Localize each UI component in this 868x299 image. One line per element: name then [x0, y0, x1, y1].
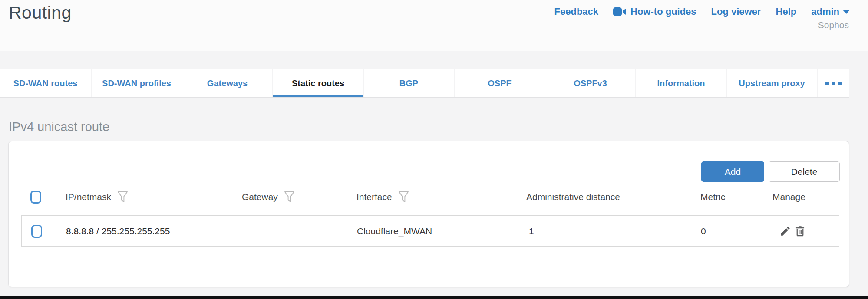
header-band: Routing Feedback How-to guides Log viewe…: [0, 0, 868, 51]
row-distance-cell: 1: [529, 216, 534, 246]
tab-ospfv3[interactable]: OSPFv3: [545, 69, 635, 97]
org-label: Sophos: [818, 20, 849, 30]
col-metric: Metric: [700, 188, 725, 206]
tab-label: SD-WAN routes: [13, 79, 78, 89]
tab-gateways[interactable]: Gateways: [182, 69, 272, 97]
routes-panel: Add Delete IP/netmask Gateway Interface …: [8, 141, 849, 287]
tab-bar: SD-WAN routes SD-WAN profiles Gateways S…: [0, 69, 849, 98]
ellipsis-icon: [832, 82, 835, 85]
col-interface: Interface: [356, 188, 409, 206]
select-all-checkbox[interactable]: [30, 191, 41, 204]
page-title: Routing: [9, 3, 72, 23]
tab-label: OSPF: [488, 79, 511, 89]
col-admin-distance: Administrative distance: [526, 188, 620, 206]
col-gateway: Gateway: [242, 188, 295, 206]
more-tabs-button[interactable]: [817, 69, 849, 97]
col-label: Gateway: [242, 192, 278, 202]
tab-label: Information: [657, 79, 705, 89]
trash-icon[interactable]: [794, 225, 806, 237]
col-label: IP/netmask: [66, 192, 111, 202]
filter-icon[interactable]: [117, 191, 128, 204]
row-interface-cell: Cloudflare_MWAN: [357, 216, 432, 246]
row-manage-cell: [779, 216, 806, 246]
tab-ospf[interactable]: OSPF: [454, 69, 545, 97]
tab-label: Gateways: [207, 79, 248, 89]
tab-label: SD-WAN profiles: [102, 79, 171, 89]
log-viewer-link[interactable]: Log viewer: [711, 6, 761, 17]
section-heading: IPv4 unicast route: [9, 120, 109, 134]
col-label: Metric: [700, 192, 725, 202]
tab-static-routes[interactable]: Static routes: [272, 69, 363, 97]
feedback-link[interactable]: Feedback: [554, 6, 599, 17]
top-nav: Feedback How-to guides Log viewer Help a…: [554, 6, 850, 17]
col-ip-netmask: IP/netmask: [66, 188, 128, 206]
admin-label: admin: [811, 6, 839, 17]
edit-icon[interactable]: [779, 225, 791, 237]
tab-label: BGP: [399, 79, 418, 89]
howto-guides-label: How-to guides: [630, 6, 696, 17]
col-label: Administrative distance: [526, 192, 620, 202]
tab-label: Upstream proxy: [739, 79, 805, 89]
filter-icon[interactable]: [398, 191, 409, 204]
video-camera-icon: [613, 7, 627, 16]
row-checkbox[interactable]: [31, 225, 42, 238]
tab-information[interactable]: Information: [635, 69, 726, 97]
tab-label: OSPFv3: [574, 79, 607, 89]
col-label: Manage: [772, 192, 805, 202]
chevron-down-icon: [843, 10, 850, 14]
filter-icon[interactable]: [284, 191, 295, 204]
table-header: IP/netmask Gateway Interface Administrat…: [9, 188, 849, 206]
help-link[interactable]: Help: [776, 6, 797, 17]
row-metric-cell: 0: [701, 216, 706, 246]
ellipsis-icon: [825, 82, 829, 85]
tab-bgp[interactable]: BGP: [363, 69, 454, 97]
tab-upstream-proxy[interactable]: Upstream proxy: [726, 69, 817, 97]
ellipsis-icon: [838, 82, 842, 85]
select-all-cell: [30, 188, 41, 206]
distance-value: 1: [529, 226, 534, 237]
col-label: Interface: [356, 192, 392, 202]
tab-label: Static routes: [292, 79, 344, 89]
tab-sd-wan-routes[interactable]: SD-WAN routes: [0, 69, 91, 97]
admin-menu[interactable]: admin: [811, 6, 850, 17]
table-row: 8.8.8.8 / 255.255.255.255 Cloudflare_MWA…: [21, 215, 839, 247]
row-select-cell: [31, 216, 42, 246]
bottom-edge-strip: [0, 296, 868, 299]
tab-sd-wan-profiles[interactable]: SD-WAN profiles: [91, 69, 182, 97]
row-ip-cell: 8.8.8.8 / 255.255.255.255: [66, 216, 170, 246]
col-manage: Manage: [772, 188, 805, 206]
metric-value: 0: [701, 226, 706, 237]
add-button[interactable]: Add: [701, 161, 764, 182]
ip-netmask-link[interactable]: 8.8.8.8 / 255.255.255.255: [66, 226, 170, 237]
interface-value: Cloudflare_MWAN: [357, 226, 432, 237]
howto-guides-link[interactable]: How-to guides: [613, 6, 696, 17]
delete-button[interactable]: Delete: [769, 161, 840, 182]
